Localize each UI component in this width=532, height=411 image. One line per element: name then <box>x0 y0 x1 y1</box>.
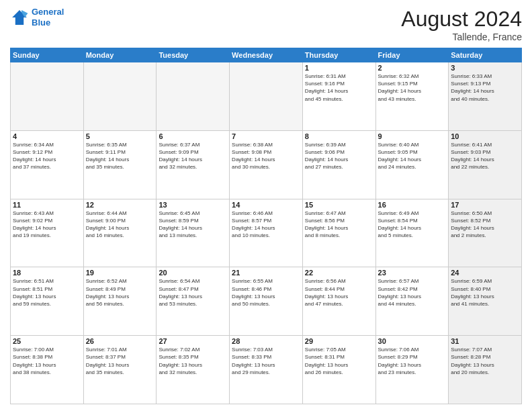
table-row: 8Sunrise: 6:39 AM Sunset: 9:06 PM Daylig… <box>302 130 375 199</box>
calendar-week-row: 1Sunrise: 6:31 AM Sunset: 9:16 PM Daylig… <box>11 62 522 131</box>
day-info: Sunrise: 7:07 AM Sunset: 8:28 PM Dayligh… <box>451 346 519 376</box>
day-number: 1 <box>305 64 373 72</box>
table-row: 13Sunrise: 6:45 AM Sunset: 8:59 PM Dayli… <box>157 199 230 267</box>
day-info: Sunrise: 6:55 AM Sunset: 8:46 PM Dayligh… <box>232 277 300 308</box>
day-number: 19 <box>86 269 154 277</box>
day-info: Sunrise: 7:02 AM Sunset: 8:35 PM Dayligh… <box>159 346 227 376</box>
day-info: Sunrise: 6:56 AM Sunset: 8:44 PM Dayligh… <box>305 277 373 308</box>
calendar-table: Sunday Monday Tuesday Wednesday Thursday… <box>10 48 522 404</box>
day-info: Sunrise: 6:49 AM Sunset: 8:54 PM Dayligh… <box>378 210 447 240</box>
day-number: 27 <box>159 337 227 345</box>
table-row: 28Sunrise: 7:03 AM Sunset: 8:33 PM Dayli… <box>230 336 303 404</box>
table-row: 15Sunrise: 6:47 AM Sunset: 8:56 PM Dayli… <box>302 199 375 267</box>
day-info: Sunrise: 6:50 AM Sunset: 8:52 PM Dayligh… <box>451 210 519 240</box>
col-monday: Monday <box>83 48 157 62</box>
table-row <box>11 62 84 131</box>
table-row: 6Sunrise: 6:37 AM Sunset: 9:09 PM Daylig… <box>157 130 230 199</box>
logo: General Blue <box>10 7 64 28</box>
day-number: 20 <box>159 269 227 277</box>
table-row: 23Sunrise: 6:57 AM Sunset: 8:42 PM Dayli… <box>375 267 449 336</box>
day-number: 13 <box>159 201 227 209</box>
table-row: 20Sunrise: 6:54 AM Sunset: 8:47 PM Dayli… <box>157 267 230 336</box>
day-number: 14 <box>232 201 300 209</box>
day-info: Sunrise: 6:47 AM Sunset: 8:56 PM Dayligh… <box>305 210 373 240</box>
day-number: 21 <box>232 269 300 277</box>
day-number: 11 <box>13 201 81 209</box>
month-title: August 2024 <box>401 7 522 32</box>
day-number: 26 <box>86 337 154 345</box>
col-tuesday: Tuesday <box>157 48 230 62</box>
day-info: Sunrise: 6:33 AM Sunset: 9:13 PM Dayligh… <box>451 73 519 103</box>
day-number: 31 <box>451 337 519 345</box>
table-row: 19Sunrise: 6:52 AM Sunset: 8:49 PM Dayli… <box>83 267 157 336</box>
table-row: 29Sunrise: 7:05 AM Sunset: 8:31 PM Dayli… <box>302 336 375 404</box>
day-number: 17 <box>451 201 519 209</box>
day-info: Sunrise: 6:46 AM Sunset: 8:57 PM Dayligh… <box>232 210 300 240</box>
table-row: 1Sunrise: 6:31 AM Sunset: 9:16 PM Daylig… <box>302 62 375 131</box>
day-info: Sunrise: 6:34 AM Sunset: 9:12 PM Dayligh… <box>13 141 81 171</box>
calendar-week-row: 11Sunrise: 6:43 AM Sunset: 9:02 PM Dayli… <box>11 199 522 267</box>
day-number: 24 <box>451 269 519 277</box>
table-row: 11Sunrise: 6:43 AM Sunset: 9:02 PM Dayli… <box>11 199 84 267</box>
day-number: 2 <box>378 64 447 72</box>
calendar-header-row: Sunday Monday Tuesday Wednesday Thursday… <box>11 48 522 62</box>
logo-icon <box>10 8 29 27</box>
day-info: Sunrise: 6:39 AM Sunset: 9:06 PM Dayligh… <box>305 141 373 171</box>
table-row: 9Sunrise: 6:40 AM Sunset: 9:05 PM Daylig… <box>375 130 449 199</box>
table-row: 17Sunrise: 6:50 AM Sunset: 8:52 PM Dayli… <box>449 199 522 267</box>
logo-general: General <box>32 7 64 17</box>
table-row: 26Sunrise: 7:01 AM Sunset: 8:37 PM Dayli… <box>83 336 157 404</box>
table-row <box>83 62 157 131</box>
day-info: Sunrise: 6:45 AM Sunset: 8:59 PM Dayligh… <box>159 210 227 240</box>
table-row: 27Sunrise: 7:02 AM Sunset: 8:35 PM Dayli… <box>157 336 230 404</box>
logo-blue: Blue <box>32 17 50 28</box>
logo-text: General Blue <box>32 7 64 28</box>
table-row: 2Sunrise: 6:32 AM Sunset: 9:15 PM Daylig… <box>375 62 449 131</box>
table-row: 25Sunrise: 7:00 AM Sunset: 8:38 PM Dayli… <box>11 336 84 404</box>
header: General Blue August 2024 Tallende, Franc… <box>10 7 522 42</box>
table-row: 31Sunrise: 7:07 AM Sunset: 8:28 PM Dayli… <box>449 336 522 404</box>
col-friday: Friday <box>375 48 449 62</box>
day-info: Sunrise: 7:03 AM Sunset: 8:33 PM Dayligh… <box>232 346 300 376</box>
table-row: 30Sunrise: 7:06 AM Sunset: 8:29 PM Dayli… <box>375 336 449 404</box>
day-info: Sunrise: 6:43 AM Sunset: 9:02 PM Dayligh… <box>13 210 81 240</box>
day-number: 28 <box>232 337 300 345</box>
col-thursday: Thursday <box>302 48 375 62</box>
day-number: 7 <box>232 132 300 140</box>
table-row: 22Sunrise: 6:56 AM Sunset: 8:44 PM Dayli… <box>302 267 375 336</box>
day-info: Sunrise: 6:44 AM Sunset: 9:00 PM Dayligh… <box>86 210 154 240</box>
calendar-week-row: 18Sunrise: 6:51 AM Sunset: 8:51 PM Dayli… <box>11 267 522 336</box>
table-row: 3Sunrise: 6:33 AM Sunset: 9:13 PM Daylig… <box>449 62 522 131</box>
table-row: 12Sunrise: 6:44 AM Sunset: 9:00 PM Dayli… <box>83 199 157 267</box>
day-info: Sunrise: 7:00 AM Sunset: 8:38 PM Dayligh… <box>13 346 81 376</box>
day-number: 10 <box>451 132 519 140</box>
table-row: 18Sunrise: 6:51 AM Sunset: 8:51 PM Dayli… <box>11 267 84 336</box>
day-info: Sunrise: 6:57 AM Sunset: 8:42 PM Dayligh… <box>378 277 447 308</box>
table-row: 21Sunrise: 6:55 AM Sunset: 8:46 PM Dayli… <box>230 267 303 336</box>
table-row: 24Sunrise: 6:59 AM Sunset: 8:40 PM Dayli… <box>449 267 522 336</box>
col-sunday: Sunday <box>11 48 84 62</box>
day-number: 15 <box>305 201 373 209</box>
day-number: 4 <box>13 132 81 140</box>
day-number: 18 <box>13 269 81 277</box>
table-row <box>230 62 303 131</box>
table-row: 10Sunrise: 6:41 AM Sunset: 9:03 PM Dayli… <box>449 130 522 199</box>
day-number: 9 <box>378 132 447 140</box>
day-info: Sunrise: 6:37 AM Sunset: 9:09 PM Dayligh… <box>159 141 227 171</box>
col-wednesday: Wednesday <box>230 48 303 62</box>
day-number: 16 <box>378 201 447 209</box>
col-saturday: Saturday <box>449 48 522 62</box>
table-row: 14Sunrise: 6:46 AM Sunset: 8:57 PM Dayli… <box>230 199 303 267</box>
day-info: Sunrise: 7:06 AM Sunset: 8:29 PM Dayligh… <box>378 346 447 376</box>
day-info: Sunrise: 6:31 AM Sunset: 9:16 PM Dayligh… <box>305 73 373 103</box>
day-info: Sunrise: 6:38 AM Sunset: 9:08 PM Dayligh… <box>232 141 300 171</box>
day-number: 6 <box>159 132 227 140</box>
page: General Blue August 2024 Tallende, Franc… <box>0 0 532 411</box>
day-info: Sunrise: 6:54 AM Sunset: 8:47 PM Dayligh… <box>159 277 227 308</box>
calendar-week-row: 4Sunrise: 6:34 AM Sunset: 9:12 PM Daylig… <box>11 130 522 199</box>
day-number: 29 <box>305 337 373 345</box>
day-number: 25 <box>13 337 81 345</box>
day-info: Sunrise: 6:52 AM Sunset: 8:49 PM Dayligh… <box>86 277 154 308</box>
day-number: 5 <box>86 132 154 140</box>
day-info: Sunrise: 7:05 AM Sunset: 8:31 PM Dayligh… <box>305 346 373 376</box>
